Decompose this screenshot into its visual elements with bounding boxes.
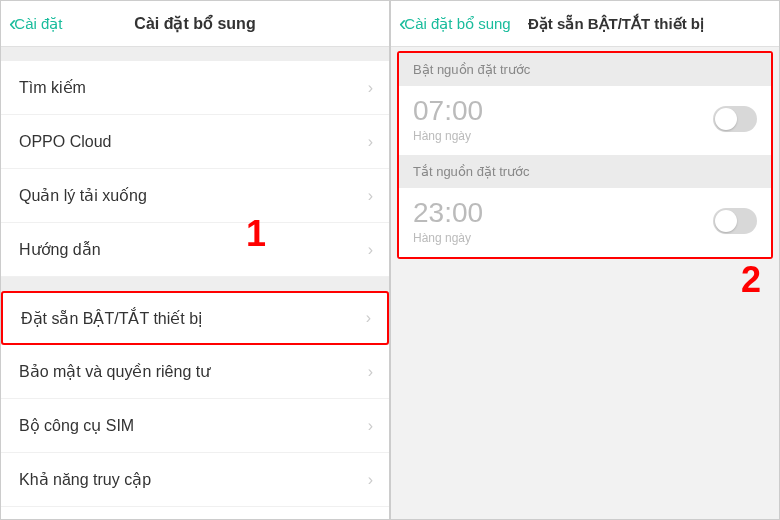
power-off-row[interactable]: 23:00 Hàng ngày xyxy=(399,188,771,257)
page-title: Đặt sẵn BẬT/TẮT thiết bị xyxy=(528,15,704,33)
settings-list: Tìm kiếm › OPPO Cloud › Quản lý tải xuốn… xyxy=(1,61,389,520)
chevron-right-icon: › xyxy=(368,133,373,151)
power-off-toggle[interactable] xyxy=(713,208,757,234)
highlight-box: Bật nguồn đặt trước 07:00 Hàng ngày Tắt … xyxy=(397,51,773,259)
list-item-label: Khả năng truy cập xyxy=(19,470,151,489)
chevron-right-icon: › xyxy=(368,187,373,205)
power-on-row[interactable]: 07:00 Hàng ngày xyxy=(399,86,771,155)
list-item-downloads[interactable]: Quản lý tải xuống › xyxy=(1,169,389,223)
chevron-right-icon: › xyxy=(368,471,373,489)
list-item-label: Hướng dẫn xyxy=(19,240,101,259)
list-item-scheduled-power[interactable]: Đặt sẵn BẬT/TẮT thiết bị › xyxy=(1,291,389,345)
back-label: Cài đặt xyxy=(14,15,62,33)
toggle-knob xyxy=(715,210,737,232)
list-item-label: Tìm kiếm xyxy=(19,78,86,97)
back-label: Cài đặt bổ sung xyxy=(404,15,510,33)
list-item-search[interactable]: Tìm kiếm › xyxy=(1,61,389,115)
chevron-right-icon: › xyxy=(368,363,373,381)
toggle-knob xyxy=(715,108,737,130)
list-item-accessibility[interactable]: Khả năng truy cập › xyxy=(1,453,389,507)
section-header-power-off: Tắt nguồn đặt trước xyxy=(399,155,771,188)
page-title: Cài đặt bổ sung xyxy=(134,14,255,33)
chevron-right-icon: › xyxy=(368,417,373,435)
list-item-developer[interactable]: Tùy chọn nhà phát triển › xyxy=(1,507,389,520)
time-info: 07:00 Hàng ngày xyxy=(413,96,483,143)
list-item-label: OPPO Cloud xyxy=(19,133,111,151)
annotation-marker-2: 2 xyxy=(741,259,761,301)
list-item-label: Bộ công cụ SIM xyxy=(19,416,134,435)
spacer xyxy=(1,47,389,61)
back-button[interactable]: ‹ Cài đặt bổ sung xyxy=(391,1,519,46)
list-item-guide[interactable]: Hướng dẫn › xyxy=(1,223,389,277)
power-on-toggle[interactable] xyxy=(713,106,757,132)
chevron-right-icon: › xyxy=(368,241,373,259)
list-item-label: Đặt sẵn BẬT/TẮT thiết bị xyxy=(21,309,202,328)
chevron-right-icon: › xyxy=(366,309,371,327)
time-value: 23:00 xyxy=(413,198,483,229)
time-value: 07:00 xyxy=(413,96,483,127)
screen-scheduled-power: ‹ Cài đặt bổ sung Đặt sẵn BẬT/TẮT thiết … xyxy=(390,0,780,520)
section-header-power-on: Bật nguồn đặt trước xyxy=(399,53,771,86)
list-item-sim-toolkit[interactable]: Bộ công cụ SIM › xyxy=(1,399,389,453)
header: ‹ Cài đặt bổ sung Đặt sẵn BẬT/TẮT thiết … xyxy=(391,1,779,47)
list-item-label: Quản lý tải xuống xyxy=(19,186,147,205)
back-button[interactable]: ‹ Cài đặt xyxy=(1,1,71,46)
time-info: 23:00 Hàng ngày xyxy=(413,198,483,245)
header: ‹ Cài đặt Cài đặt bổ sung xyxy=(1,1,389,47)
time-repeat: Hàng ngày xyxy=(413,231,483,245)
spacer xyxy=(1,277,389,291)
screen-additional-settings: ‹ Cài đặt Cài đặt bổ sung Tìm kiếm › OPP… xyxy=(0,0,390,520)
time-repeat: Hàng ngày xyxy=(413,129,483,143)
list-item-label: Bảo mật và quyền riêng tư xyxy=(19,362,210,381)
list-item-privacy[interactable]: Bảo mật và quyền riêng tư › xyxy=(1,345,389,399)
list-item-oppo-cloud[interactable]: OPPO Cloud › xyxy=(1,115,389,169)
chevron-right-icon: › xyxy=(368,79,373,97)
